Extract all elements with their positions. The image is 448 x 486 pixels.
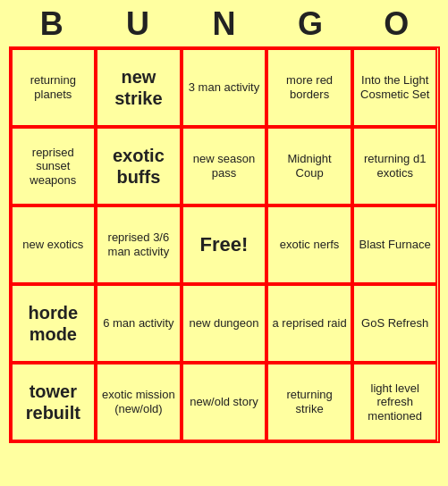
bingo-card: B U N G O returning planetsnew strike3 m… (5, 0, 444, 447)
bingo-cell-13[interactable]: exotic nerfs (266, 205, 352, 284)
bingo-cell-11[interactable]: reprised 3/6 man activity (96, 205, 182, 284)
bingo-grid: returning planetsnew strike3 man activit… (9, 46, 440, 443)
bingo-cell-19[interactable]: GoS Refresh (352, 284, 438, 363)
bingo-cell-20[interactable]: tower rebuilt (11, 363, 97, 441)
bingo-cell-12[interactable]: Free! (182, 205, 267, 284)
bingo-cell-1[interactable]: new strike (96, 48, 182, 127)
bingo-cell-10[interactable]: new exotics (11, 205, 97, 284)
header-o: O (353, 4, 439, 45)
bingo-cell-15[interactable]: horde mode (11, 284, 97, 363)
header-u: U (95, 4, 181, 45)
bingo-cell-14[interactable]: Blast Furnace (352, 205, 438, 284)
bingo-cell-9[interactable]: returning d1 exotics (352, 127, 438, 205)
bingo-cell-7[interactable]: new season pass (182, 127, 267, 205)
bingo-cell-4[interactable]: Into the Light Cosmetic Set (352, 48, 438, 127)
bingo-cell-21[interactable]: exotic mission (new/old) (96, 363, 182, 441)
bingo-header: B U N G O (9, 4, 440, 45)
bingo-cell-24[interactable]: light level refresh mentioned (352, 363, 438, 441)
bingo-cell-17[interactable]: new dungeon (182, 284, 267, 363)
header-g: G (267, 4, 353, 45)
bingo-cell-6[interactable]: exotic buffs (96, 127, 182, 205)
bingo-cell-5[interactable]: reprised sunset weapons (11, 127, 97, 205)
bingo-cell-16[interactable]: 6 man activity (96, 284, 182, 363)
bingo-cell-3[interactable]: more red borders (266, 48, 352, 127)
bingo-cell-23[interactable]: returning strike (266, 363, 352, 441)
bingo-cell-8[interactable]: Midnight Coup (266, 127, 352, 205)
bingo-cell-2[interactable]: 3 man activity (182, 48, 267, 127)
bingo-cell-18[interactable]: a reprised raid (266, 284, 352, 363)
header-n: N (181, 4, 266, 45)
bingo-cell-0[interactable]: returning planets (11, 48, 97, 127)
bingo-cell-22[interactable]: new/old story (182, 363, 267, 441)
header-b: B (9, 4, 95, 45)
